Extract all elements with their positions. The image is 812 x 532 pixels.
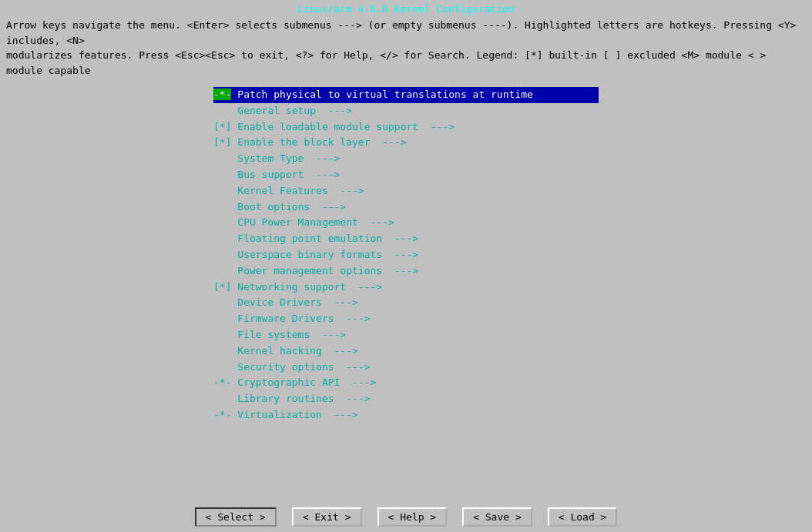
save-button[interactable]: < Save > bbox=[462, 507, 532, 527]
main-content: -*- Patch physical to virtual translatio… bbox=[0, 79, 812, 518]
menu-item-file-systems[interactable]: File systems ---> bbox=[213, 327, 599, 343]
menu-item-security-options[interactable]: Security options ---> bbox=[213, 360, 599, 376]
instructions-line2: modularizes features. Press <Esc><Esc> t… bbox=[6, 48, 806, 78]
menu-item-block-layer[interactable]: [*] Enable the block layer ---> bbox=[213, 135, 599, 151]
help-button[interactable]: < Help > bbox=[377, 507, 448, 527]
menu-item-bus-support[interactable]: Bus support ---> bbox=[213, 167, 599, 183]
menu-item-userspace-binary[interactable]: Userspace binary formats ---> bbox=[213, 247, 599, 263]
menu-item-cryptographic-api[interactable]: -*- Cryptographic API ---> bbox=[213, 375, 599, 391]
menu-item-boot-options[interactable]: Boot options ---> bbox=[213, 199, 599, 216]
menu-item-cpu-power[interactable]: CPU Power Management ---> bbox=[213, 215, 599, 231]
title-bar: Linux/arm 4.6.0 Kernel Configuration bbox=[0, 0, 812, 16]
menu-item-power-management[interactable]: Power management options ---> bbox=[213, 263, 599, 279]
menu-container: -*- Patch physical to virtual translatio… bbox=[0, 87, 812, 423]
menu-item-patch-physical[interactable]: -*- Patch physical to virtual translatio… bbox=[213, 87, 599, 103]
menu-item-floating-point[interactable]: Floating point emulation ---> bbox=[213, 231, 599, 247]
menu-item-loadable-module[interactable]: [*] Enable loadable module support ---> bbox=[213, 119, 599, 136]
menu-item-system-type[interactable]: System Type ---> bbox=[213, 151, 599, 167]
menu-item-kernel-features[interactable]: Kernel Features ---> bbox=[213, 183, 599, 199]
menu-item-device-drivers[interactable]: Device Drivers ---> bbox=[213, 295, 599, 311]
menu-item-firmware-drivers[interactable]: Firmware Drivers ---> bbox=[213, 311, 599, 327]
instructions: Arrow keys navigate the menu. <Enter> se… bbox=[0, 16, 812, 79]
menu-item-kernel-hacking[interactable]: Kernel hacking ---> bbox=[213, 343, 599, 360]
window-title: Linux/arm 4.6.0 Kernel Configuration bbox=[297, 3, 515, 15]
exit-button[interactable]: < Exit > bbox=[292, 507, 362, 527]
load-button[interactable]: < Load > bbox=[548, 507, 618, 527]
select-button[interactable]: < Select > bbox=[195, 507, 277, 527]
bottom-bar: < Select > < Exit > < Help > < Save > < … bbox=[0, 501, 812, 532]
menu-item-networking[interactable]: [*] Networking support ---> bbox=[213, 279, 599, 296]
menu-item-virtualization[interactable]: -*- Virtualization ---> bbox=[213, 407, 599, 423]
selected-indicator: -*- bbox=[213, 89, 231, 100]
menu-item-library-routines[interactable]: Library routines ---> bbox=[213, 391, 599, 407]
menu-item-general-setup[interactable]: General setup ---> bbox=[213, 103, 599, 119]
instructions-line1: Arrow keys navigate the menu. <Enter> se… bbox=[6, 18, 806, 48]
